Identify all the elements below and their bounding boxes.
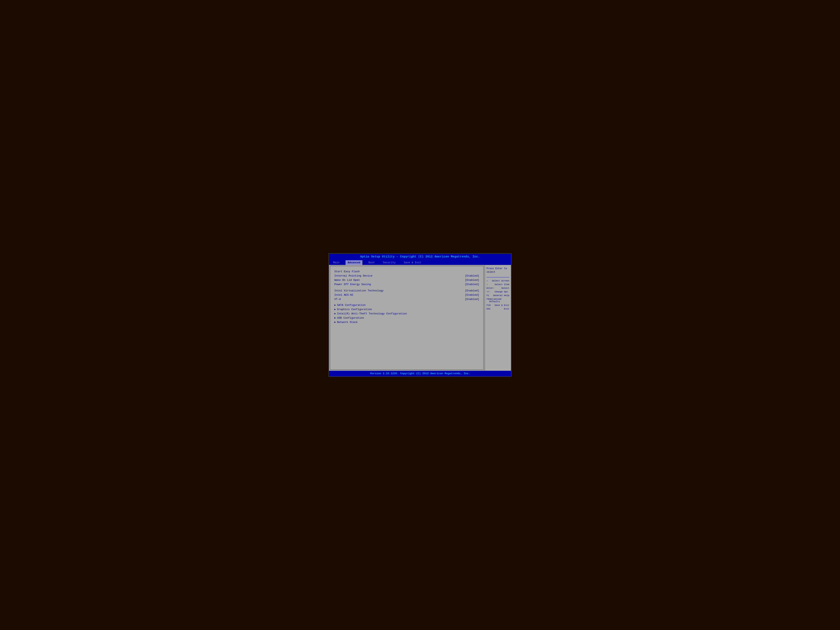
intel-aes-label: Intel AES-NI xyxy=(334,294,354,297)
bios-screen: Aptio Setup Utility – Copyright (C) 2012… xyxy=(328,253,512,377)
key-esc: ESC xyxy=(486,308,491,310)
footer-bar: Version 2.15.1236. Copyright (C) 2012 Am… xyxy=(329,371,511,376)
usb-arrow-icon: ► xyxy=(334,317,336,319)
menu-item-network-stack[interactable]: ►Network Stack xyxy=(334,320,479,324)
key-f9: F9 xyxy=(486,298,489,303)
main-content: Start Easy Flash Internal Pointing Devic… xyxy=(329,265,511,371)
network-stack-label: Network Stack xyxy=(337,321,357,324)
anti-theft-label: Intel(R) Anti-Theft Technology Configura… xyxy=(337,312,407,315)
key-row-esc: ESC Exit xyxy=(486,308,509,310)
menu-item-start-easy-flash[interactable]: Start Easy Flash xyxy=(334,269,479,274)
side-panel: Press Enter to select ↔ Select Screen ↕ … xyxy=(485,265,511,371)
menu-item-sata-config[interactable]: ►SATA Configuration xyxy=(334,303,479,307)
intel-virt-value: [Enabled] xyxy=(465,289,479,292)
menu-section-submenus: ►SATA Configuration ►Graphics Configurat… xyxy=(334,303,479,324)
key-desc-screen: Select Screen xyxy=(492,279,509,282)
sata-config-label: SATA Configuration xyxy=(337,303,365,307)
key-row-f1: F1 General Help xyxy=(486,294,509,297)
title-text: Aptio Setup Utility – Copyright (C) 2012… xyxy=(360,255,480,258)
menu-item-intel-aes[interactable]: Intel AES-NI [Enabled] xyxy=(334,293,479,297)
key-row-f10: F10 Save & Exit xyxy=(486,304,509,306)
key-row-enter: Enter: Select xyxy=(486,287,509,289)
key-desc-change: Change Opt. xyxy=(494,291,509,293)
power-off-energy-label: Power Off Energy Saving xyxy=(334,283,371,286)
key-arrows-ud: ↕ xyxy=(486,283,488,286)
internal-pointing-label: Internal Pointing Device xyxy=(334,274,373,277)
vtd-label: VT-d xyxy=(334,298,341,301)
intel-virt-label: Intel Virtualization Technology xyxy=(334,289,384,292)
nav-item-advanced[interactable]: Advanced xyxy=(346,260,362,265)
menu-item-intel-virt[interactable]: Intel Virtualization Technology [Enabled… xyxy=(334,289,479,293)
internal-pointing-value: [Enabled] xyxy=(465,274,479,277)
menu-item-power-off-energy[interactable]: Power Off Energy Saving [Enabled] xyxy=(334,282,479,286)
menu-item-internal-pointing[interactable]: Internal Pointing Device [Enabled] xyxy=(334,274,479,278)
key-desc-item: Select Item xyxy=(494,283,509,286)
menu-item-wake-on-lid[interactable]: Wake On Lid Open [Enabled] xyxy=(334,278,479,282)
side-help-text: Press Enter to select xyxy=(486,267,509,274)
menu-item-usb-config[interactable]: ►USB Configuration xyxy=(334,316,479,320)
key-plusminus: +/- xyxy=(486,291,491,293)
key-desc-f1: General Help xyxy=(493,294,509,297)
wake-on-lid-label: Wake On Lid Open xyxy=(334,279,360,282)
network-arrow-icon: ► xyxy=(334,321,336,324)
graphics-config-label: Graphics Configuration xyxy=(337,308,372,311)
menu-item-graphics-config[interactable]: ►Graphics Configuration xyxy=(334,307,479,311)
sata-arrow-icon: ► xyxy=(334,304,336,307)
vtd-value: [Enabled] xyxy=(465,298,479,301)
content-panel: Start Easy Flash Internal Pointing Devic… xyxy=(330,266,484,370)
antitheft-arrow-icon: ► xyxy=(334,313,336,315)
key-desc-f10: Save & Exit xyxy=(494,304,509,306)
start-easy-flash-label: Start Easy Flash xyxy=(334,270,360,273)
intel-aes-value: [Enabled] xyxy=(465,294,479,297)
nav-item-boot[interactable]: Boot xyxy=(366,260,377,265)
key-arrows-lr: ↔ xyxy=(486,279,488,282)
key-f10: F10 xyxy=(486,304,491,306)
key-desc-esc: Exit xyxy=(504,308,509,310)
key-desc-enter: Select xyxy=(501,287,509,289)
power-off-energy-value: [Enabled] xyxy=(465,283,479,286)
key-desc-f9: Optimized Defaults xyxy=(489,298,509,303)
graphics-arrow-icon: ► xyxy=(334,308,336,311)
key-row-f9: F9 Optimized Defaults xyxy=(486,298,509,303)
nav-item-save-exit[interactable]: Save & Exit xyxy=(402,260,423,265)
nav-item-security[interactable]: Security xyxy=(381,260,398,265)
menu-item-anti-theft[interactable]: ►Intel(R) Anti-Theft Technology Configur… xyxy=(334,311,479,316)
wake-on-lid-value: [Enabled] xyxy=(465,279,479,282)
menu-item-vtd[interactable]: VT-d [Enabled] xyxy=(334,297,479,302)
key-row-plusminus: +/- Change Opt. xyxy=(486,291,509,293)
footer-text: Version 2.15.1236. Copyright (C) 2012 Am… xyxy=(370,372,470,375)
usb-config-label: USB Configuration xyxy=(337,316,364,319)
key-row-select-screen: ↔ Select Screen xyxy=(486,279,509,282)
key-row-select-item: ↕ Select Item xyxy=(486,283,509,286)
menu-section-intel: Intel Virtualization Technology [Enabled… xyxy=(334,289,479,302)
title-bar: Aptio Setup Utility – Copyright (C) 2012… xyxy=(329,254,511,259)
nav-bar: Main Advanced Boot Security Save & Exit xyxy=(329,259,511,265)
nav-item-main[interactable]: Main xyxy=(331,260,341,265)
menu-section-top: Start Easy Flash Internal Pointing Devic… xyxy=(334,269,479,286)
key-enter: Enter: xyxy=(486,287,495,289)
key-f1: F1 xyxy=(486,294,489,297)
